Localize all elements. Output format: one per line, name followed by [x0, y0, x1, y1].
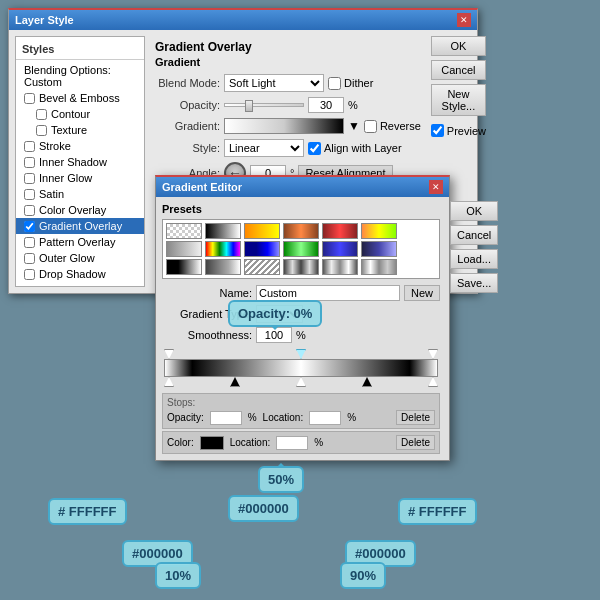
pattern-overlay-label: Pattern Overlay	[39, 236, 115, 248]
preset-checker[interactable]	[244, 259, 280, 275]
gradient-label: Gradient:	[155, 120, 220, 132]
opacity-input[interactable]	[308, 97, 344, 113]
preset-chrome[interactable]	[361, 259, 397, 275]
gradient-overlay-checkbox[interactable]	[24, 221, 35, 232]
presets-col5	[322, 223, 358, 275]
color-stop-right[interactable]	[428, 377, 438, 389]
opacity-stop-left[interactable]	[164, 347, 174, 359]
ge-load-button[interactable]: Load...	[450, 249, 498, 269]
preview-checkbox[interactable]	[431, 124, 444, 137]
contour-checkbox[interactable]	[36, 109, 47, 120]
opacity-stop-right[interactable]	[428, 347, 438, 359]
name-input[interactable]	[256, 285, 400, 301]
preset-orange-yellow[interactable]	[244, 223, 280, 239]
sidebar-item-inner-shadow[interactable]: Inner Shadow	[16, 154, 144, 170]
preset-green[interactable]	[283, 241, 319, 257]
opacity-stop-mid[interactable]	[296, 347, 306, 359]
color-stop-mid[interactable]	[296, 377, 306, 389]
ok-button[interactable]: OK	[431, 36, 486, 56]
gradient-dropdown-arrow[interactable]: ▼	[348, 119, 360, 133]
color-stop-mid-left[interactable]	[230, 377, 240, 389]
opacity-field-input[interactable]	[210, 411, 242, 425]
color-overlay-label: Color Overlay	[39, 204, 106, 216]
preset-steel[interactable]	[322, 259, 358, 275]
sidebar-item-bevel[interactable]: Bevel & Emboss	[16, 90, 144, 106]
sidebar-item-stroke[interactable]: Stroke	[16, 138, 144, 154]
color-overlay-checkbox[interactable]	[24, 205, 35, 216]
preset-gray[interactable]	[166, 241, 202, 257]
preset-night[interactable]	[361, 241, 397, 257]
cancel-button[interactable]: Cancel	[431, 60, 486, 80]
sidebar-item-contour[interactable]: Contour	[16, 106, 144, 122]
inner-shadow-checkbox[interactable]	[24, 157, 35, 168]
color-location-label: Location:	[230, 437, 271, 448]
color-swatch[interactable]	[200, 436, 224, 450]
opacity-percent: %	[248, 412, 257, 423]
tooltip-black-50: #000000	[228, 495, 299, 522]
gradient-editor-body: Presets	[156, 197, 446, 460]
preset-brown[interactable]	[283, 223, 319, 239]
close-button[interactable]: ✕	[457, 13, 471, 27]
drop-shadow-checkbox[interactable]	[24, 269, 35, 280]
opacity-unit: %	[348, 99, 358, 111]
preset-warm[interactable]	[361, 223, 397, 239]
outer-glow-checkbox[interactable]	[24, 253, 35, 264]
preset-black-white[interactable]	[166, 259, 202, 275]
dither-label: Dither	[328, 77, 373, 90]
color-stop-mid-right[interactable]	[362, 377, 372, 389]
preset-transparent[interactable]	[166, 223, 202, 239]
gradient-bar[interactable]	[164, 359, 438, 377]
sidebar-item-gradient-overlay[interactable]: Gradient Overlay	[16, 218, 144, 234]
style-select[interactable]: Linear	[224, 139, 304, 157]
presets-col2	[205, 223, 241, 275]
new-style-button[interactable]: New Style...	[431, 84, 486, 116]
gradient-editor-title: Gradient Editor	[162, 181, 242, 193]
reverse-checkbox[interactable]	[364, 120, 377, 133]
ge-ok-button[interactable]: OK	[450, 201, 498, 221]
delete-opacity-stop-button[interactable]: Delete	[396, 410, 435, 425]
ge-right-buttons: OK Cancel Load... Save...	[446, 197, 502, 460]
sidebar-blending-options[interactable]: Blending Options: Custom	[16, 62, 144, 90]
preset-bw[interactable]	[205, 223, 241, 239]
blend-mode-select[interactable]: Soft Light	[224, 74, 324, 92]
tooltip-90pct: 90%	[340, 562, 386, 589]
preset-rainbow[interactable]	[205, 241, 241, 257]
style-label: Style:	[155, 142, 220, 154]
preset-red[interactable]	[322, 223, 358, 239]
ge-save-button[interactable]: Save...	[450, 273, 498, 293]
ge-cancel-button[interactable]: Cancel	[450, 225, 498, 245]
pattern-overlay-checkbox[interactable]	[24, 237, 35, 248]
texture-checkbox[interactable]	[36, 125, 47, 136]
align-layer-checkbox[interactable]	[308, 142, 321, 155]
preset-blue2[interactable]	[322, 241, 358, 257]
color-location-input[interactable]	[276, 436, 308, 450]
inner-glow-checkbox[interactable]	[24, 173, 35, 184]
gradient-editor-close[interactable]: ✕	[429, 180, 443, 194]
sidebar-item-outer-glow[interactable]: Outer Glow	[16, 250, 144, 266]
stroke-checkbox[interactable]	[24, 141, 35, 152]
sidebar-item-texture[interactable]: Texture	[16, 122, 144, 138]
smoothness-row: Smoothness: %	[162, 327, 440, 343]
sidebar-item-color-overlay[interactable]: Color Overlay	[16, 202, 144, 218]
blending-options-label: Blending Options: Custom	[24, 64, 136, 88]
color-stop-left[interactable]	[164, 377, 174, 389]
preview-label: Preview	[447, 125, 486, 137]
sidebar-item-drop-shadow[interactable]: Drop Shadow	[16, 266, 144, 282]
preset-striped[interactable]	[283, 259, 319, 275]
sidebar-item-satin[interactable]: Satin	[16, 186, 144, 202]
satin-checkbox[interactable]	[24, 189, 35, 200]
preset-silver[interactable]	[205, 259, 241, 275]
sidebar-item-inner-glow[interactable]: Inner Glow	[16, 170, 144, 186]
presets-col6	[361, 223, 397, 275]
bevel-checkbox[interactable]	[24, 93, 35, 104]
gradient-preview[interactable]	[224, 118, 344, 134]
new-button[interactable]: New	[404, 285, 440, 301]
sidebar-item-pattern-overlay[interactable]: Pattern Overlay	[16, 234, 144, 250]
opacity-slider[interactable]	[224, 103, 304, 107]
delete-color-stop-button[interactable]: Delete	[396, 435, 435, 450]
location-field-input[interactable]	[309, 411, 341, 425]
preset-blue[interactable]	[244, 241, 280, 257]
blend-mode-label: Blend Mode:	[155, 77, 220, 89]
dither-checkbox[interactable]	[328, 77, 341, 90]
color-field-label: Color:	[167, 437, 194, 448]
